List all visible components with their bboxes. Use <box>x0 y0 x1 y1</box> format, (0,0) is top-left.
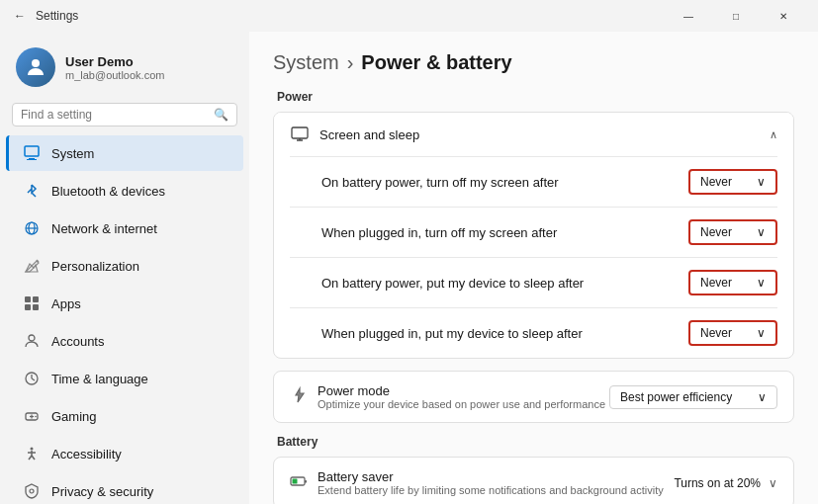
setting-label-1: On battery power, turn off my screen aft… <box>321 175 559 190</box>
sidebar-item-privacy[interactable]: Privacy & security <box>6 473 243 504</box>
minimize-button[interactable]: — <box>666 0 711 32</box>
close-button[interactable]: ✕ <box>761 0 806 32</box>
svg-rect-3 <box>27 159 37 160</box>
svg-rect-11 <box>33 304 39 310</box>
plugged-screen-dropdown[interactable]: Never ∨ <box>688 219 777 245</box>
user-name: User Demo <box>65 54 164 69</box>
sidebar-item-personalization[interactable]: Personalization <box>6 248 243 284</box>
battery-sleep-dropdown[interactable]: Never ∨ <box>688 270 777 295</box>
battery-saver-row: Battery saver Extend battery life by lim… <box>274 458 793 504</box>
power-mode-dropdown[interactable]: Best power efficiency ∨ <box>609 385 777 409</box>
battery-chevron-icon[interactable]: ∨ <box>769 476 777 490</box>
screen-sleep-title: Screen and sleep <box>319 127 419 142</box>
svg-point-25 <box>30 489 34 493</box>
svg-rect-31 <box>293 478 298 483</box>
avatar <box>16 47 55 87</box>
user-info: User Demo m_lab@outlook.com <box>65 54 164 81</box>
svg-rect-10 <box>25 304 31 310</box>
battery-row-left: Battery saver Extend battery life by lim… <box>290 469 664 496</box>
battery-saver-status: Turns on at 20% <box>674 476 761 490</box>
sidebar-item-label: Privacy & security <box>51 484 153 499</box>
main-content: System › Power & battery Power <box>249 32 818 504</box>
svg-rect-26 <box>292 127 308 138</box>
sidebar-item-label: System <box>51 146 94 161</box>
back-button[interactable]: ← <box>12 8 28 24</box>
power-mode-description: Optimize your device based on power use … <box>318 398 605 410</box>
sidebar-item-accessibility[interactable]: Accessibility <box>6 436 243 471</box>
setting-label-2: When plugged in, turn off my screen afte… <box>321 225 557 240</box>
sidebar-item-label: Personalization <box>51 259 139 274</box>
sidebar-item-label: Accounts <box>51 334 104 349</box>
sidebar-item-apps[interactable]: Apps <box>6 286 243 321</box>
power-mode-value: Best power efficiency <box>620 390 732 404</box>
sidebar-item-accounts[interactable]: Accounts <box>6 323 243 359</box>
window-title: Settings <box>36 9 78 23</box>
sidebar-item-bluetooth[interactable]: Bluetooth & devices <box>6 173 243 209</box>
setting-row-4: When plugged in, put my device to sleep … <box>274 308 793 358</box>
sidebar-item-label: Apps <box>51 296 81 311</box>
power-mode-title: Power mode <box>318 383 605 398</box>
dropdown-arrow-icon: ∨ <box>757 225 766 239</box>
battery-saver-icon <box>290 472 308 494</box>
personalization-icon <box>22 256 42 276</box>
setting-label-4: When plugged in, put my device to sleep … <box>321 326 583 341</box>
search-box[interactable]: 🔍 <box>12 103 237 126</box>
svg-point-0 <box>32 59 40 67</box>
battery-saver-title: Battery saver <box>318 469 664 484</box>
sidebar-item-label: Time & language <box>51 372 148 386</box>
svg-rect-1 <box>25 146 39 156</box>
svg-line-24 <box>32 456 35 460</box>
sidebar-item-label: Bluetooth & devices <box>51 184 165 199</box>
svg-rect-8 <box>25 296 31 302</box>
plugged-sleep-value: Never <box>700 326 732 340</box>
dropdown-arrow-icon: ∨ <box>758 390 767 404</box>
screen-sleep-card: Screen and sleep ∧ On battery power, tur… <box>273 112 794 359</box>
breadcrumb-separator: › <box>347 51 354 74</box>
battery-saver-description: Extend battery life by limiting some not… <box>318 484 664 496</box>
sidebar-item-system[interactable]: System <box>6 135 243 171</box>
svg-line-15 <box>32 378 35 380</box>
setting-label-3: On battery power, put my device to sleep… <box>321 276 584 291</box>
breadcrumb: System › Power & battery <box>273 51 794 74</box>
svg-point-19 <box>35 416 37 418</box>
user-email: m_lab@outlook.com <box>65 69 164 81</box>
power-section-label: Power <box>273 90 794 104</box>
battery-screen-dropdown[interactable]: Never ∨ <box>688 169 777 195</box>
card-header-left: Screen and sleep <box>290 125 419 144</box>
maximize-button[interactable]: □ <box>713 0 759 32</box>
search-input[interactable] <box>21 108 208 122</box>
screen-icon <box>290 125 310 144</box>
svg-rect-30 <box>305 480 307 483</box>
system-icon <box>22 143 42 163</box>
battery-right: Turns on at 20% ∨ <box>674 476 777 490</box>
battery-card: Battery saver Extend battery life by lim… <box>273 457 794 504</box>
sidebar-item-label: Network & internet <box>51 221 157 236</box>
privacy-icon <box>22 481 42 501</box>
title-bar: ← Settings — □ ✕ <box>0 0 818 32</box>
sidebar-item-network[interactable]: Network & internet <box>6 210 243 246</box>
sidebar: User Demo m_lab@outlook.com 🔍 System <box>0 32 249 504</box>
accessibility-icon <box>22 444 42 463</box>
power-mode-row: Power mode Optimize your device based on… <box>274 372 793 422</box>
plugged-screen-value: Never <box>700 225 732 239</box>
power-mode-info: Power mode Optimize your device based on… <box>318 383 605 410</box>
setting-row-3: On battery power, put my device to sleep… <box>274 258 793 307</box>
bluetooth-icon <box>22 181 42 201</box>
sidebar-item-time[interactable]: Time & language <box>6 361 243 396</box>
setting-row-1: On battery power, turn off my screen aft… <box>274 157 793 207</box>
battery-info: Battery saver Extend battery life by lim… <box>318 469 664 496</box>
plugged-sleep-dropdown[interactable]: Never ∨ <box>688 320 777 346</box>
setting-row-2: When plugged in, turn off my screen afte… <box>274 208 793 257</box>
dropdown-arrow-icon: ∨ <box>757 326 766 340</box>
user-profile[interactable]: User Demo m_lab@outlook.com <box>0 40 249 99</box>
sidebar-item-gaming[interactable]: Gaming <box>6 398 243 434</box>
dropdown-arrow-icon: ∨ <box>757 276 766 290</box>
sidebar-item-label: Accessibility <box>51 447 122 462</box>
screen-sleep-header[interactable]: Screen and sleep ∧ <box>274 113 793 156</box>
settings-window: ← Settings — □ ✕ User Demo m_lab@outlook… <box>0 0 818 504</box>
svg-point-12 <box>29 335 35 341</box>
gaming-icon <box>22 406 42 426</box>
power-mode-card: Power mode Optimize your device based on… <box>273 371 794 423</box>
battery-section: Battery Battery <box>273 435 794 504</box>
battery-section-label: Battery <box>273 435 794 449</box>
